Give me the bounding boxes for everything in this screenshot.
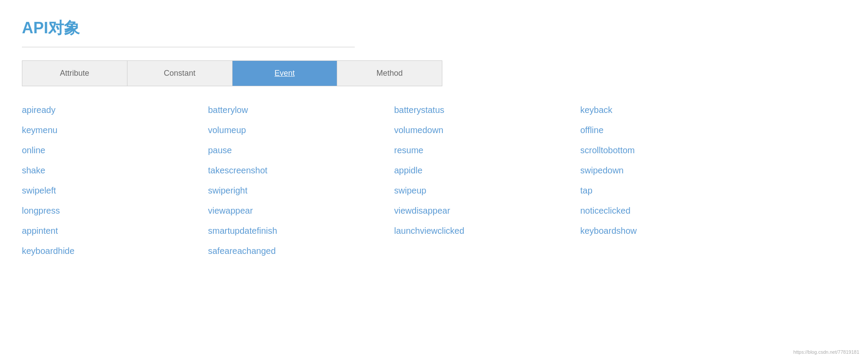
divider <box>22 47 355 47</box>
event-link-appintent[interactable]: appintent <box>22 223 208 239</box>
event-link-resume[interactable]: resume <box>394 142 580 158</box>
event-link-appidle[interactable]: appidle <box>394 162 580 178</box>
event-col-1: batterylowvolumeuppausetakescreenshotswi… <box>208 102 394 259</box>
event-link-keyboardshow[interactable]: keyboardshow <box>580 223 766 239</box>
tab-constant[interactable]: Constant <box>127 61 233 86</box>
event-link-batterystatus[interactable]: batterystatus <box>394 102 580 118</box>
event-link-smartupdatefinish[interactable]: smartupdatefinish <box>208 223 394 239</box>
event-link-swipeup[interactable]: swipeup <box>394 183 580 198</box>
event-link-pause[interactable]: pause <box>208 142 394 158</box>
event-link-apiready[interactable]: apiready <box>22 102 208 118</box>
event-link-swipeleft[interactable]: swipeleft <box>22 183 208 198</box>
event-link-swipedown[interactable]: swipedown <box>580 162 766 178</box>
event-link-keyback[interactable]: keyback <box>580 102 766 118</box>
event-link-viewappear[interactable]: viewappear <box>208 203 394 218</box>
event-link-swiperight[interactable]: swiperight <box>208 183 394 198</box>
event-link-safeareachanged[interactable]: safeareachanged <box>208 243 394 259</box>
tab-event[interactable]: Event <box>233 61 338 86</box>
event-link-offline[interactable]: offline <box>580 122 766 138</box>
event-col-0: apireadykeymenuonlineshakeswipeleftlongp… <box>22 102 208 259</box>
tab-attribute[interactable]: Attribute <box>22 61 127 86</box>
event-col-2: batterystatusvolumedownresumeappidleswip… <box>394 102 580 259</box>
event-link-keymenu[interactable]: keymenu <box>22 122 208 138</box>
event-link-takescreenshot[interactable]: takescreenshot <box>208 162 394 178</box>
event-link-launchviewclicked[interactable]: launchviewclicked <box>394 223 580 239</box>
event-link-volumeup[interactable]: volumeup <box>208 122 394 138</box>
event-link-shake[interactable]: shake <box>22 162 208 178</box>
event-link-volumedown[interactable]: volumedown <box>394 122 580 138</box>
event-link-viewdisappear[interactable]: viewdisappear <box>394 203 580 218</box>
event-link-longpress[interactable]: longpress <box>22 203 208 218</box>
event-link-noticeclicked[interactable]: noticeclicked <box>580 203 766 218</box>
event-link-batterylow[interactable]: batterylow <box>208 102 394 118</box>
event-link-scrolltobottom[interactable]: scrolltobottom <box>580 142 766 158</box>
tab-bar: AttributeConstantEventMethod <box>22 60 442 86</box>
tab-method[interactable]: Method <box>337 61 442 86</box>
event-link-online[interactable]: online <box>22 142 208 158</box>
event-grid: apireadykeymenuonlineshakeswipeleftlongp… <box>22 102 766 259</box>
event-link-tap[interactable]: tap <box>580 183 766 198</box>
event-col-3: keybackofflinescrolltobottomswipedowntap… <box>580 102 766 259</box>
event-link-keyboardhide[interactable]: keyboardhide <box>22 243 208 259</box>
page-title: API对象 <box>22 18 846 39</box>
footer-url: https://blog.csdn.net/77819181 <box>794 349 859 355</box>
